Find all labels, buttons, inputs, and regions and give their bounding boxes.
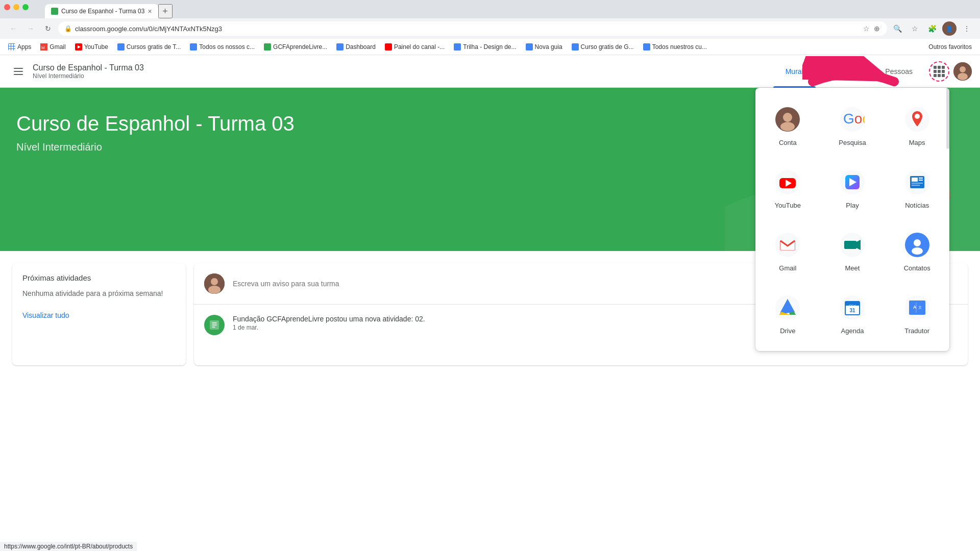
user-avatar[interactable] [953, 62, 972, 81]
more-options-btn[interactable]: ⋮ [960, 21, 974, 36]
dashboard-favicon [336, 43, 344, 51]
svg-text:文: 文 [918, 306, 922, 309]
app-label-pesquisa: Pesquisa [839, 139, 866, 146]
bookmark-trilha[interactable]: Trilha - Design de... [450, 42, 520, 52]
apps-grid: Conta Google Pesquisa Maps YouTube Play [755, 94, 949, 345]
star-icon[interactable]: ☆ [862, 23, 871, 34]
app-icon-youtube [772, 167, 803, 197]
app-icon-conta [772, 104, 803, 135]
bookmark-todos1-label: Todos os nossos c... [199, 43, 255, 51]
app-item-tradutor[interactable]: A文 Tradutor [887, 284, 947, 343]
gmail-favicon: M [40, 43, 47, 51]
svg-rect-0 [52, 9, 57, 14]
address-bar[interactable]: 🔒 classroom.google.com/u/0/c/MjY4NTAxNTk… [58, 21, 887, 36]
svg-rect-36 [844, 241, 856, 249]
app-item-pesquisa[interactable]: Google Pesquisa [822, 96, 883, 155]
app-item-youtube[interactable]: YouTube [757, 159, 818, 217]
app-label-tradutor: Tradutor [904, 327, 929, 335]
app-icon-agenda: GCal31 [837, 292, 868, 323]
svg-rect-30 [919, 180, 923, 181]
app-item-maps[interactable]: Maps [887, 96, 947, 155]
notice-avatar [204, 273, 225, 294]
svg-point-14 [783, 113, 792, 122]
tab-pessoas[interactable]: Pessoas [873, 55, 925, 88]
search-icon[interactable]: 🔍 [890, 21, 904, 36]
window-max-btn[interactable] [22, 4, 29, 10]
google-apps-button[interactable] [929, 61, 949, 82]
bookmark-apps-label: Apps [17, 43, 31, 51]
active-tab[interactable]: Curso de Espanhol - Turma 03 × [45, 4, 158, 18]
svg-marker-3 [78, 45, 81, 48]
course-info: Curso de Espanhol - Turma 03 Nível Inter… [33, 63, 773, 80]
app-item-contatos[interactable]: Contatos [887, 221, 947, 280]
window-min-btn[interactable] [13, 4, 19, 10]
nova-favicon [526, 43, 533, 51]
tab-atividades[interactable]: Atividades [816, 55, 873, 88]
svg-point-19 [915, 114, 920, 119]
todos2-favicon [643, 43, 650, 51]
bookmark-todos2[interactable]: Todos nuestros cu... [639, 42, 711, 52]
bookmark-icon[interactable]: ☆ [908, 21, 922, 36]
todos1-favicon [190, 43, 197, 51]
bookmark-nova-label: Nova guia [535, 43, 562, 51]
activities-card: Próximas atividades Nenhuma atividade pa… [12, 263, 186, 365]
cursos1-favicon [117, 43, 125, 51]
browser-chrome: Curso de Espanhol - Turma 03 × + ← → ↻ 🔒… [0, 0, 980, 55]
view-all-link[interactable]: Visualizar tudo [22, 311, 176, 319]
bookmark-painel-label: Painel do canal -... [394, 43, 445, 51]
svg-text:M: M [41, 45, 45, 50]
hamburger-button[interactable] [8, 61, 29, 82]
apps-dropdown-scroll: Conta Google Pesquisa Maps YouTube Play [755, 94, 949, 345]
app-item-play[interactable]: Play [822, 159, 883, 217]
app-item-meet[interactable]: Meet [822, 221, 883, 280]
extension-btn[interactable]: 🧩 [925, 21, 939, 36]
svg-point-11 [208, 286, 220, 294]
app-icon-drive [772, 292, 803, 323]
tab-favicon [51, 8, 58, 15]
tab-close-btn[interactable]: × [148, 7, 152, 15]
extension-icon[interactable]: ⊕ [873, 23, 881, 34]
profile-btn[interactable]: 👤 [942, 21, 957, 36]
bookmark-dashboard[interactable]: Dashboard [332, 42, 380, 52]
tab-mural[interactable]: Mural [773, 55, 816, 88]
trilha-favicon [454, 43, 461, 51]
status-bar: https://www.google.co/intl/pt-BR/about/p… [0, 542, 137, 551]
bookmark-cursos2[interactable]: Curso gratis de G... [568, 42, 638, 52]
refresh-button[interactable]: ↻ [41, 21, 55, 36]
app-item-conta[interactable]: Conta [757, 96, 818, 155]
back-button[interactable]: ← [6, 21, 20, 36]
bookmark-other-favorites[interactable]: Outros favoritos [924, 42, 976, 52]
forward-button[interactable]: → [23, 21, 38, 36]
course-subtitle: Nível Intermediário [33, 72, 773, 80]
app-icon-contatos [902, 230, 933, 260]
app-item-agenda[interactable]: GCal31 Agenda [822, 284, 883, 343]
bookmark-gcf[interactable]: GCFAprendeLivre... [260, 42, 331, 52]
dropdown-scrollbar-thumb [946, 88, 949, 149]
svg-point-10 [211, 278, 218, 285]
app-label-drive: Drive [780, 327, 795, 335]
tab-bar: Curso de Espanhol - Turma 03 × + [0, 0, 980, 18]
new-tab-button[interactable]: + [158, 4, 173, 18]
app-item-gmail[interactable]: Gmail [757, 221, 818, 280]
bookmark-gmail[interactable]: M Gmail [36, 42, 69, 52]
app-header: Curso de Espanhol - Turma 03 Nível Inter… [0, 55, 980, 88]
svg-rect-28 [912, 178, 918, 182]
bookmark-cursos1[interactable]: Cursos gratis de T... [113, 42, 185, 52]
bookmark-cursos2-label: Curso gratis de G... [581, 43, 634, 51]
window-close-btn[interactable] [4, 4, 10, 10]
bookmark-youtube[interactable]: YouTube [71, 42, 112, 52]
app-icon-play [837, 167, 868, 197]
app-item-drive[interactable]: Drive [757, 284, 818, 343]
bookmark-painel[interactable]: Painel do canal -... [381, 42, 449, 52]
svg-point-33 [775, 233, 800, 257]
bookmark-nova[interactable]: Nova guia [522, 42, 567, 52]
bookmark-apps[interactable]: Apps [4, 42, 35, 52]
bookmark-todos1[interactable]: Todos os nossos c... [186, 42, 259, 52]
painel-favicon [385, 43, 392, 51]
app-item-noticias[interactable]: Notícias [887, 159, 947, 217]
address-bar-row: ← → ↻ 🔒 classroom.google.com/u/0/c/MjY4N… [0, 18, 980, 39]
app-label-play: Play [846, 202, 859, 209]
course-title: Curso de Espanhol - Turma 03 [33, 63, 773, 72]
svg-point-15 [780, 122, 795, 131]
status-url: https://www.google.co/intl/pt-BR/about/p… [4, 543, 133, 550]
